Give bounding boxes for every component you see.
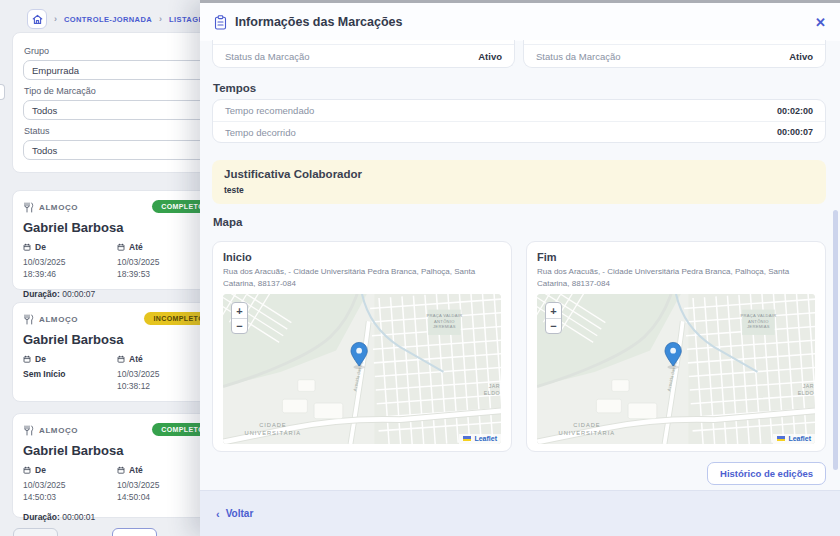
map-label-praca-2: ANTÔNIO (434, 319, 455, 324)
zoom-out-button[interactable]: − (232, 318, 247, 333)
map-label-praca-2: ANTÔNIO (748, 319, 769, 324)
tempo-recomendado-row: Tempo recomendado 00:02:00 (213, 100, 825, 121)
de-date: 10/03/2025 (23, 257, 66, 267)
de-label: De (35, 465, 46, 475)
breadcrumb-separator: › (159, 14, 162, 24)
close-icon[interactable]: ✕ (815, 16, 826, 29)
ate-date: 10/03/2025 (117, 257, 160, 267)
app: › CONTROLE-JORNADA › LISTAGEM-TIPOS Grup… (0, 0, 840, 536)
de-label: De (35, 242, 46, 252)
map-label-praca-1: PRAÇA VALDAIR (740, 313, 776, 318)
breadcrumb-item-controle-jornada[interactable]: CONTROLE-JORNADA (64, 15, 152, 24)
card-type-label: ALMOÇO (39, 315, 78, 324)
de-date: Sem Início (23, 368, 117, 380)
historico-edicoes-button[interactable]: Histórico de edições (707, 462, 826, 485)
map-label-jardim-2: ELDO (798, 390, 814, 396)
pagination-button-right[interactable] (112, 528, 157, 536)
tipo-marcacao-select[interactable]: Todos (23, 100, 219, 120)
map-label-cidade-1: CIDADE (573, 422, 600, 428)
map-canvas[interactable]: PRAÇA VALDAIR ANTÔNIO JEREMIAS CIDADE UN… (223, 294, 501, 444)
card-type-label: ALMOÇO (39, 203, 78, 212)
de-label: De (35, 354, 46, 364)
maps-row: Inicio Rua dos Aracuãs, - Cidade Univers… (212, 241, 826, 452)
mapa-heading: Mapa (213, 216, 242, 228)
flag-icon (777, 436, 785, 441)
ate-time: 14:50:04 (117, 492, 150, 502)
calendar-icon (117, 355, 125, 363)
modal-header: Informações das Marcações ✕ (200, 3, 840, 41)
modal-title: Informações das Marcações (235, 15, 402, 29)
breadcrumb-separator: › (54, 14, 57, 24)
tipo-marcacao-label: Tipo de Marcação (24, 86, 211, 96)
map-label-jardim-1: JAR (803, 383, 814, 389)
utensils-icon (23, 202, 34, 213)
voltar-label: Voltar (226, 508, 254, 519)
zoom-in-button[interactable]: + (232, 303, 247, 318)
leaflet-attribution[interactable]: Leaflet (459, 434, 501, 444)
voltar-link[interactable]: ‹ Voltar (216, 508, 253, 520)
de-date: 10/03/2025 (23, 480, 66, 490)
tempos-card: Tempo recomendado 00:02:00 Tempo decorri… (212, 99, 826, 143)
map-zoom-control: + − (231, 302, 248, 334)
leaflet-attribution[interactable]: Leaflet (773, 434, 815, 444)
map-label-praca-3: JEREMIAS (433, 324, 456, 329)
tempo-decorrido-row: Tempo decorrido 00:00:07 (213, 121, 825, 142)
utensils-icon (23, 314, 34, 325)
card-type-label: ALMOÇO (39, 426, 78, 435)
map-label-praca-3: JEREMIAS (747, 324, 770, 329)
status-marcacao-value: Ativo (789, 51, 813, 62)
ate-date: 10/03/2025 (117, 480, 160, 490)
calendar-icon (23, 355, 31, 363)
status-marcacao-label: Status da Marcação (536, 51, 621, 62)
map-canvas[interactable]: PRAÇA VALDAIR ANTÔNIO JEREMIAS CIDADE UN… (537, 294, 815, 444)
map-label-jardim-2: ELDO (484, 390, 500, 396)
de-time: 14:50:03 (23, 492, 56, 502)
duracao-row: Duração: 00:00:01 (23, 512, 211, 522)
status-cards-row: Status da Marcação Ativo Status da Marca… (212, 40, 826, 68)
calendar-icon (23, 243, 31, 251)
map-fim-address: Rua dos Aracuãs, - Cidade Universitária … (537, 266, 815, 290)
ate-label: Até (129, 354, 143, 364)
map-zoom-control: + − (545, 302, 562, 334)
ate-time: 18:39:53 (117, 269, 150, 279)
sidebar-collapse-handle[interactable] (0, 84, 5, 100)
calendar-icon (23, 466, 31, 474)
home-breadcrumb-button[interactable] (27, 9, 47, 29)
marcacao-card[interactable]: ALMOÇO INCOMPLETO Gabriel Barbosa De Sem… (12, 302, 222, 402)
map-card-inicio: Inicio Rua dos Aracuãs, - Cidade Univers… (212, 241, 512, 452)
map-inicio-address: Rua dos Aracuãs, - Cidade Universitária … (223, 266, 501, 290)
calendar-icon (117, 466, 125, 474)
ate-label: Até (129, 465, 143, 475)
flag-icon (463, 436, 471, 441)
marcacao-card[interactable]: ALMOÇO COMPLETO Gabriel Barbosa De 10/03… (12, 190, 222, 290)
card-person-name: Gabriel Barbosa (23, 332, 211, 347)
de-time: 18:39:46 (23, 269, 56, 279)
status-marcacao-card: Status da Marcação Ativo (212, 40, 515, 68)
marcacao-card[interactable]: ALMOÇO COMPLETO Gabriel Barbosa De 10/03… (12, 413, 222, 518)
map-card-fim: Fim Rua dos Aracuãs, - Cidade Universitá… (526, 241, 826, 452)
justificativa-text: teste (224, 185, 814, 195)
status-select[interactable]: Todos (23, 140, 219, 160)
justificativa-colaborador-box: Justificativa Colaborador teste (212, 160, 826, 204)
status-marcacao-card: Status da Marcação Ativo (523, 40, 826, 68)
modal-scrollbar[interactable] (833, 210, 838, 470)
map-label-cidade-2: UNIVERSITÁRIA (245, 430, 301, 436)
pagination-button-left[interactable] (13, 528, 58, 536)
ate-date: 10/03/2025 (117, 369, 160, 379)
card-person-name: Gabriel Barbosa (23, 443, 211, 458)
justificativa-heading: Justificativa Colaborador (224, 168, 814, 180)
map-fim-title: Fim (537, 251, 815, 263)
map-label-praca-1: PRAÇA VALDAIR (426, 313, 462, 318)
home-icon (32, 14, 43, 25)
map-label-cidade-2: UNIVERSITÁRIA (559, 430, 615, 436)
status-marcacao-label: Status da Marcação (225, 51, 310, 62)
grupo-select[interactable]: Empurrada (23, 60, 219, 80)
zoom-out-button[interactable]: − (546, 318, 561, 333)
ate-label: Até (129, 242, 143, 252)
zoom-in-button[interactable]: + (546, 303, 561, 318)
modal-footer: ‹ Voltar (200, 490, 840, 536)
grupo-label: Grupo (24, 46, 211, 56)
chevron-left-icon: ‹ (216, 508, 220, 520)
calendar-icon (117, 243, 125, 251)
card-person-name: Gabriel Barbosa (23, 220, 211, 235)
